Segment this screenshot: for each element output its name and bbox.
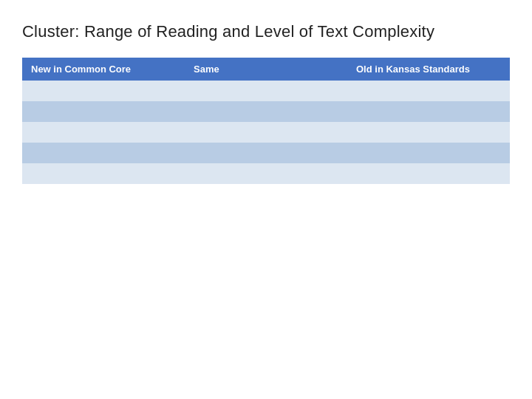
table-cell (185, 163, 347, 184)
table-cell (22, 163, 185, 184)
table-cell (347, 101, 510, 122)
table-cell (347, 143, 510, 163)
table-row (22, 122, 510, 143)
table-cell (22, 122, 185, 143)
table-cell (22, 81, 185, 101)
table-row (22, 163, 510, 184)
table-cell (185, 122, 347, 143)
table-cell (347, 122, 510, 143)
table-cell (185, 81, 347, 101)
table-cell (185, 143, 347, 163)
comparison-table: New in Common Core Same Old in Kansas St… (22, 58, 510, 184)
col-header-same: Same (185, 58, 347, 81)
table-row (22, 143, 510, 163)
page-title: Cluster: Range of Reading and Level of T… (22, 22, 510, 41)
page: Cluster: Range of Reading and Level of T… (0, 0, 532, 399)
table-container: New in Common Core Same Old in Kansas St… (22, 58, 510, 184)
table-cell (185, 101, 347, 122)
col-header-old-kansas: Old in Kansas Standards (347, 58, 510, 81)
table-cell (347, 163, 510, 184)
table-cell (22, 101, 185, 122)
table-cell (347, 81, 510, 101)
col-header-new-common-core: New in Common Core (22, 58, 185, 81)
table-header-row: New in Common Core Same Old in Kansas St… (22, 58, 510, 81)
table-row (22, 101, 510, 122)
table-row (22, 81, 510, 101)
table-cell (22, 143, 185, 163)
